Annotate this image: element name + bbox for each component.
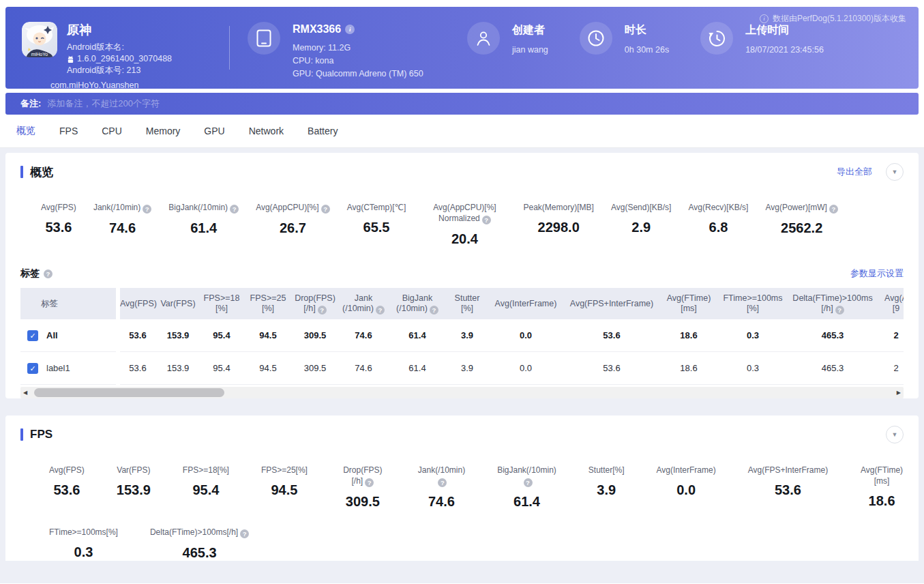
row-checkbox[interactable]: ✓ [27, 330, 38, 341]
metric-value: 2298.0 [524, 220, 594, 235]
fps-collapse-button[interactable]: ▼ [886, 426, 904, 443]
scroll-left-arrow-icon[interactable]: ◀ [20, 390, 30, 396]
scrollbar-track[interactable] [30, 387, 894, 398]
metric-label: Avg(Send)[KB/s] [611, 202, 672, 213]
help-icon[interactable]: ? [318, 306, 327, 315]
column-header-text: Stutter [%] [455, 293, 480, 313]
tab-battery[interactable]: Battery [308, 126, 338, 136]
column-header: FPS>=25 [%] [247, 293, 289, 314]
table-cell: 309.5 [293, 363, 337, 373]
metric-item: Jank(/10min)?74.6 [418, 465, 465, 510]
metric-label-text: Avg(FTime)[ms] [861, 465, 903, 486]
app-build-label: Android版本号: 213 [67, 65, 172, 76]
metric-item: Avg(FPS+InterFrame)53.6 [748, 465, 828, 510]
app-version-label: Android版本名: [67, 42, 172, 53]
overview-card-head: 概览 导出全部 ▼ [20, 162, 904, 181]
label-row: ✓label1 [20, 352, 116, 385]
scroll-right-arrow-icon[interactable]: ▶ [894, 390, 904, 396]
app-version-line: 1.6.0_2961400_3070488 [67, 53, 172, 65]
tab-gpu[interactable]: GPU [204, 126, 224, 136]
app-version-value: 1.6.0_2961400_3070488 [77, 53, 172, 65]
upload-block: 上传时间 18/07/2021 23:45:56 [700, 22, 824, 90]
tab-fps[interactable]: FPS [59, 126, 78, 136]
metric-value: 20.4 [423, 231, 506, 247]
column-header-text: Avg(InterFrame) [495, 299, 557, 308]
metric-label-text: Avg(FPS) [49, 465, 85, 475]
help-icon[interactable]: ? [321, 205, 330, 214]
device-info-icon[interactable]: i [345, 25, 355, 34]
collect-info: i 数据由PerfDog(5.1.210300)版本收集 [760, 13, 906, 25]
metric-label-text: Stutter[%] [588, 465, 625, 475]
fps-metrics-row1: Avg(FPS)53.6Var(FPS)153.9FPS>=18[%]95.4F… [20, 465, 904, 510]
table-cell: 3.9 [449, 363, 486, 373]
tab-network[interactable]: Network [249, 126, 284, 136]
horizontal-scrollbar[interactable]: ◀ ▶ [20, 387, 904, 398]
param-display-settings-link[interactable]: 参数显示设置 [850, 267, 904, 280]
labels-title: 标签 [20, 267, 40, 280]
metric-label: Avg(Recv)[KB/s] [689, 202, 749, 213]
tab-overview[interactable]: 概览 [16, 125, 35, 137]
metric-item: Avg(Send)[KB/s]2.9 [611, 202, 672, 247]
metric-item: Avg(Power)[mW]?2562.2 [765, 202, 837, 247]
table-cell: 0.0 [490, 363, 562, 373]
remark-input[interactable]: 备注: 添加备注，不超过200个字符 [5, 93, 919, 115]
metric-label: Peak(Memory)[MB] [524, 202, 594, 213]
collect-info-text: 数据由PerfDog(5.1.210300)版本收集 [773, 13, 906, 25]
help-icon[interactable]: ? [365, 478, 374, 487]
table-cell: 465.3 [790, 330, 876, 340]
column-header-text: FPS>=18 [%] [204, 293, 240, 313]
help-icon[interactable]: ? [438, 478, 447, 487]
column-header-text: Drop(FPS) [/h] [295, 293, 336, 313]
help-icon[interactable]: ? [143, 205, 151, 214]
help-icon[interactable]: ? [240, 529, 249, 538]
metric-item: FPS>=25[%]94.5 [261, 465, 308, 510]
metric-item: Avg(FTime)[ms]18.6 [860, 465, 904, 510]
column-header: Avg(FPS+InterFrame) [566, 299, 657, 309]
help-icon[interactable]: ? [482, 216, 491, 224]
column-header: Stutter [%] [449, 293, 486, 314]
help-icon[interactable]: ? [430, 306, 438, 315]
help-icon[interactable]: ? [829, 205, 838, 214]
table-cell: 53.6 [120, 363, 155, 373]
metric-item: BigJank(/10min)?61.4 [497, 465, 556, 510]
metric-label: Avg(InterFrame) [657, 465, 716, 476]
metric-label-text: BigJank(/10min) [168, 203, 228, 212]
metric-label-text: Var(FPS) [117, 465, 150, 475]
metric-value: 65.5 [347, 220, 406, 235]
metric-label-text: Peak(Memory)[MB] [524, 203, 594, 212]
table-row: 53.6153.995.494.5309.574.661.43.90.053.6… [120, 319, 904, 352]
row-checkbox[interactable]: ✓ [27, 363, 38, 374]
tab-memory[interactable]: Memory [146, 126, 181, 136]
column-header-text: Avg(FTime) [ms] [667, 293, 711, 313]
labels-table-header-row: Avg(FPS)Var(FPS)FPS>=18 [%]FPS>=25 [%]Dr… [120, 288, 904, 319]
tab-cpu[interactable]: CPU [102, 126, 122, 136]
help-icon[interactable]: ? [835, 306, 844, 315]
metric-item: Var(FPS)153.9 [117, 465, 151, 510]
metric-item: Peak(Memory)[MB]2298.0 [524, 202, 594, 247]
metric-label-text: Avg(Recv)[KB/s] [689, 203, 749, 212]
help-icon[interactable]: ? [230, 205, 239, 214]
metric-label-text: FPS>=25[%] [261, 465, 308, 475]
scrollbar-thumb[interactable] [34, 388, 224, 397]
export-all-link[interactable]: 导出全部 [837, 166, 872, 178]
help-icon[interactable]: ? [44, 269, 53, 278]
metric-label: Avg(FPS) [49, 465, 85, 476]
overview-collapse-button[interactable]: ▼ [886, 163, 904, 181]
column-header: FPS>=18 [%] [200, 293, 243, 314]
overview-title: 概览 [30, 164, 53, 180]
metric-value: 0.3 [49, 544, 118, 560]
creator-block: 创建者 jian wang [467, 22, 548, 90]
header-divider [229, 26, 230, 70]
help-icon[interactable]: ? [376, 306, 385, 315]
labels-table-scroll[interactable]: Avg(FPS)Var(FPS)FPS>=18 [%]FPS>=25 [%]Dr… [120, 288, 904, 385]
metric-value: 95.4 [183, 482, 229, 498]
table-cell: 3.9 [449, 330, 486, 340]
column-header: Var(FPS) [160, 299, 196, 309]
genshin-paimon-icon: miHoYo [22, 22, 57, 57]
metric-label: FPS>=18[%] [183, 465, 229, 476]
app-block: miHoYo 原神 Android版本名: [22, 22, 226, 90]
metric-item: BigJank(/10min)?61.4 [168, 202, 239, 247]
table-row: 53.6153.995.494.5309.574.661.43.90.053.6… [120, 352, 904, 385]
help-icon[interactable]: ? [524, 478, 533, 487]
metric-item: Drop(FPS)[/h]?309.5 [340, 465, 386, 510]
